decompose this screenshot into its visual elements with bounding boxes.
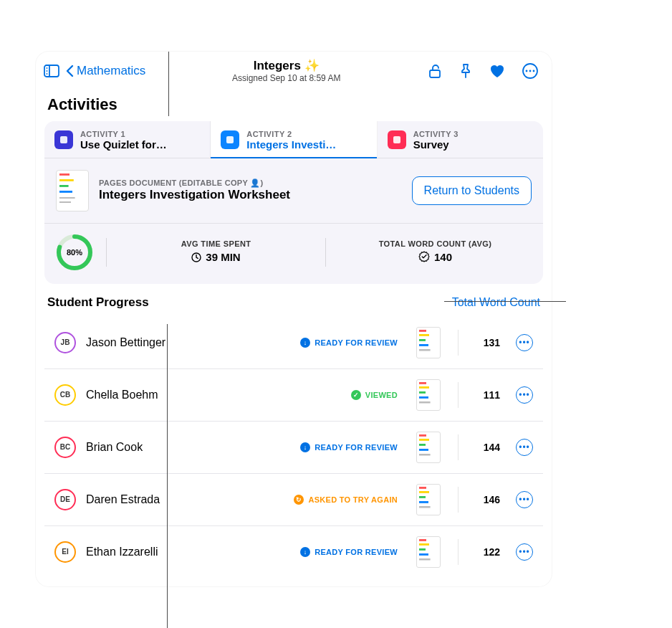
word-count-cell: 122 [476, 546, 500, 558]
student-name: Jason Bettinger [86, 336, 165, 349]
page-subtitle: Assigned Sep 10 at 8:59 AM [150, 73, 423, 83]
student-row[interactable]: BC Brian Cook ↓ READY FOR REVIEW 144 ••• [44, 422, 543, 474]
divider [458, 487, 459, 513]
student-avatar: CB [54, 384, 76, 406]
status-icon: ↓ [300, 547, 310, 557]
activity-tab-1[interactable]: ACTIVITY 1 Use Quizlet for… [44, 121, 211, 158]
svg-point-2 [47, 67, 48, 69]
student-name: Chella Boehm [86, 389, 158, 401]
student-avatar: JB [54, 332, 76, 353]
student-list: JB Jason Bettinger ↓ READY FOR REVIEW 13… [44, 317, 543, 578]
submission-thumbnail[interactable] [416, 536, 441, 568]
document-thumbnail[interactable] [56, 170, 89, 211]
section-title: Activities [36, 91, 552, 121]
activity-caption: ACTIVITY 3 [413, 130, 459, 138]
student-row[interactable]: CB Chella Boehm ✓ VIEWED 111 ••• [44, 369, 543, 422]
activity-caption: ACTIVITY 1 [80, 130, 167, 138]
divider [106, 238, 107, 267]
status-badge: ✓ VIEWED [351, 390, 398, 400]
status-badge: ↓ READY FOR REVIEW [300, 442, 398, 452]
pin-icon[interactable] [459, 63, 473, 79]
back-label: Mathematics [77, 64, 145, 78]
student-avatar: EI [54, 541, 76, 563]
activity-name: Integers Investi… [246, 138, 336, 151]
status-icon: ↻ [294, 495, 304, 505]
word-count-cell: 111 [476, 389, 500, 401]
student-avatar: BC [54, 437, 76, 458]
activity-tabs: ACTIVITY 1 Use Quizlet for… ACTIVITY 2 I… [44, 121, 543, 158]
back-button[interactable]: Mathematics [66, 64, 145, 78]
student-name: Daren Estrada [86, 493, 160, 506]
annotation-line-top [168, 52, 169, 116]
status-icon: ↓ [300, 338, 310, 348]
chevron-left-icon [66, 65, 74, 77]
annotation-line-right [444, 301, 566, 302]
app-window: Mathematics Integers ✨ Assigned Sep 10 a… [36, 52, 552, 586]
svg-point-3 [47, 70, 48, 72]
activity-tab-2[interactable]: ACTIVITY 2 Integers Investi… [211, 121, 377, 158]
row-more-button[interactable]: ••• [516, 334, 533, 351]
document-title: Integers Investigation Worksheet [99, 188, 290, 202]
divider [458, 330, 459, 356]
total-word-count-link[interactable]: Total Word Count [452, 296, 540, 309]
svg-rect-12 [393, 136, 400, 143]
avg-time-caption: AVG TIME SPENT [120, 239, 312, 248]
row-more-button[interactable]: ••• [516, 543, 533, 561]
student-progress-header: Student Progress Total Word Count [36, 292, 552, 317]
word-count-caption: TOTAL WORD COUNT (AVG) [339, 239, 532, 248]
activities-panel: ACTIVITY 1 Use Quizlet for… ACTIVITY 2 I… [44, 121, 543, 284]
activity-app-icon [388, 130, 406, 149]
activity-app-icon [221, 130, 239, 149]
status-badge: ↓ READY FOR REVIEW [300, 547, 398, 557]
nav-header: Mathematics Integers ✨ Assigned Sep 10 a… [36, 52, 552, 91]
row-more-button[interactable]: ••• [516, 491, 533, 508]
status-text: VIEWED [365, 391, 398, 399]
row-more-button[interactable]: ••• [516, 439, 533, 456]
status-text: READY FOR REVIEW [315, 443, 398, 452]
more-icon[interactable] [522, 62, 539, 80]
student-name: Brian Cook [86, 441, 143, 454]
word-count-value: 140 [434, 251, 452, 263]
divider [458, 382, 459, 408]
student-row[interactable]: EI Ethan Izzarelli ↓ READY FOR REVIEW 12… [44, 526, 543, 578]
submission-thumbnail[interactable] [416, 484, 441, 515]
word-count-cell: 131 [476, 337, 500, 348]
avg-time-value: 39 MIN [206, 251, 240, 263]
student-row[interactable]: JB Jason Bettinger ↓ READY FOR REVIEW 13… [44, 317, 543, 369]
document-caption: PAGES DOCUMENT (EDITABLE COPY 👤) [99, 179, 290, 188]
svg-point-4 [47, 73, 48, 75]
student-name: Ethan Izzarelli [86, 546, 158, 558]
submission-thumbnail[interactable] [416, 379, 441, 411]
svg-point-8 [529, 70, 532, 72]
annotation-line-bottom [167, 324, 168, 628]
student-avatar: DE [54, 489, 76, 510]
sidebar-toggle-icon[interactable] [42, 62, 62, 80]
activity-app-icon [54, 130, 73, 149]
activity-caption: ACTIVITY 2 [246, 130, 336, 138]
svg-point-9 [533, 70, 535, 72]
row-more-button[interactable]: ••• [516, 386, 533, 404]
activity-name: Use Quizlet for… [80, 138, 167, 151]
status-text: READY FOR REVIEW [315, 548, 398, 556]
status-text: ASKED TO TRY AGAIN [308, 495, 398, 504]
status-badge: ↻ ASKED TO TRY AGAIN [294, 495, 398, 505]
document-row: PAGES DOCUMENT (EDITABLE COPY 👤) Integer… [44, 158, 543, 224]
student-row[interactable]: DE Daren Estrada ↻ ASKED TO TRY AGAIN 14… [44, 474, 543, 526]
submission-thumbnail[interactable] [416, 432, 441, 463]
status-icon: ✓ [351, 390, 361, 400]
activity-tab-3[interactable]: ACTIVITY 3 Survey [378, 121, 543, 158]
word-count-cell: 146 [476, 494, 500, 505]
svg-rect-11 [226, 136, 234, 143]
progress-ring: 80% [56, 234, 93, 271]
submission-thumbnail[interactable] [416, 327, 441, 358]
lock-icon[interactable] [427, 63, 443, 79]
student-progress-title: Student Progress [47, 295, 149, 310]
stats-row: 80% AVG TIME SPENT 39 MIN TOTAL WORD COU… [44, 224, 543, 284]
divider [458, 434, 459, 460]
divider [458, 539, 459, 565]
status-icon: ↓ [300, 442, 310, 452]
word-count-cell: 144 [476, 442, 500, 453]
return-to-students-button[interactable]: Return to Students [412, 176, 532, 205]
favorite-icon[interactable] [489, 63, 506, 79]
status-text: READY FOR REVIEW [315, 338, 398, 347]
